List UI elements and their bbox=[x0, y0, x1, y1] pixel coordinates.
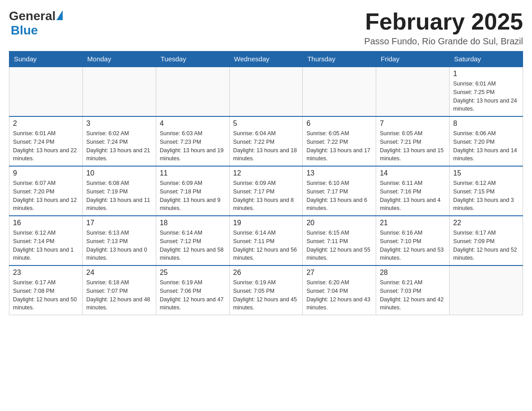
day-info: Sunrise: 6:06 AM Sunset: 7:20 PM Dayligh… bbox=[453, 129, 519, 163]
calendar-cell: 21Sunrise: 6:16 AM Sunset: 7:10 PM Dayli… bbox=[376, 216, 450, 265]
calendar-cell: 25Sunrise: 6:19 AM Sunset: 7:06 PM Dayli… bbox=[156, 265, 229, 315]
day-number: 21 bbox=[380, 219, 446, 227]
calendar-cell bbox=[9, 67, 83, 116]
day-number: 16 bbox=[13, 219, 79, 227]
calendar-cell bbox=[303, 67, 376, 116]
calendar-cell: 18Sunrise: 6:14 AM Sunset: 7:12 PM Dayli… bbox=[156, 216, 229, 265]
day-info: Sunrise: 6:03 AM Sunset: 7:23 PM Dayligh… bbox=[160, 129, 226, 163]
day-number: 20 bbox=[306, 219, 372, 227]
calendar-cell bbox=[156, 67, 229, 116]
day-number: 17 bbox=[86, 219, 152, 227]
calendar-cell bbox=[82, 67, 156, 116]
day-number: 2 bbox=[13, 120, 79, 128]
day-number: 24 bbox=[86, 269, 152, 277]
logo-general-text: General bbox=[9, 9, 56, 23]
day-number: 28 bbox=[380, 269, 446, 277]
column-header-friday: Friday bbox=[376, 51, 450, 67]
day-info: Sunrise: 6:12 AM Sunset: 7:15 PM Dayligh… bbox=[453, 179, 519, 213]
day-info: Sunrise: 6:13 AM Sunset: 7:13 PM Dayligh… bbox=[86, 229, 152, 262]
day-info: Sunrise: 6:21 AM Sunset: 7:03 PM Dayligh… bbox=[380, 278, 446, 312]
logo: General Blue bbox=[9, 9, 63, 38]
calendar-cell: 2Sunrise: 6:01 AM Sunset: 7:24 PM Daylig… bbox=[9, 116, 83, 166]
calendar-cell: 15Sunrise: 6:12 AM Sunset: 7:15 PM Dayli… bbox=[450, 166, 523, 216]
day-info: Sunrise: 6:05 AM Sunset: 7:21 PM Dayligh… bbox=[380, 129, 446, 163]
day-info: Sunrise: 6:07 AM Sunset: 7:20 PM Dayligh… bbox=[13, 179, 79, 213]
day-info: Sunrise: 6:14 AM Sunset: 7:12 PM Dayligh… bbox=[160, 229, 226, 262]
column-header-wednesday: Wednesday bbox=[229, 51, 303, 67]
calendar-header-row: SundayMondayTuesdayWednesdayThursdayFrid… bbox=[9, 51, 523, 67]
day-number: 8 bbox=[453, 120, 519, 128]
calendar-cell: 27Sunrise: 6:20 AM Sunset: 7:04 PM Dayli… bbox=[303, 265, 376, 315]
day-number: 6 bbox=[306, 120, 372, 128]
calendar-cell: 24Sunrise: 6:18 AM Sunset: 7:07 PM Dayli… bbox=[82, 265, 156, 315]
day-info: Sunrise: 6:16 AM Sunset: 7:10 PM Dayligh… bbox=[380, 229, 446, 262]
day-info: Sunrise: 6:19 AM Sunset: 7:05 PM Dayligh… bbox=[233, 278, 299, 312]
calendar-week-row: 2Sunrise: 6:01 AM Sunset: 7:24 PM Daylig… bbox=[9, 116, 523, 166]
calendar-cell: 17Sunrise: 6:13 AM Sunset: 7:13 PM Dayli… bbox=[82, 216, 156, 265]
day-number: 5 bbox=[233, 120, 299, 128]
day-number: 19 bbox=[233, 219, 299, 227]
calendar-table: SundayMondayTuesdayWednesdayThursdayFrid… bbox=[9, 51, 523, 315]
day-number: 26 bbox=[233, 269, 299, 277]
day-info: Sunrise: 6:04 AM Sunset: 7:22 PM Dayligh… bbox=[233, 129, 299, 163]
calendar-cell: 19Sunrise: 6:14 AM Sunset: 7:11 PM Dayli… bbox=[229, 216, 303, 265]
calendar-cell: 3Sunrise: 6:02 AM Sunset: 7:24 PM Daylig… bbox=[82, 116, 156, 166]
day-info: Sunrise: 6:09 AM Sunset: 7:17 PM Dayligh… bbox=[233, 179, 299, 213]
day-info: Sunrise: 6:14 AM Sunset: 7:11 PM Dayligh… bbox=[233, 229, 299, 262]
calendar-cell bbox=[229, 67, 303, 116]
calendar-cell: 16Sunrise: 6:12 AM Sunset: 7:14 PM Dayli… bbox=[9, 216, 83, 265]
day-number: 13 bbox=[306, 169, 372, 177]
day-info: Sunrise: 6:17 AM Sunset: 7:09 PM Dayligh… bbox=[453, 229, 519, 262]
day-number: 10 bbox=[86, 169, 152, 177]
day-info: Sunrise: 6:09 AM Sunset: 7:18 PM Dayligh… bbox=[160, 179, 226, 213]
day-number: 11 bbox=[160, 169, 226, 177]
location-text: Passo Fundo, Rio Grande do Sul, Brazil bbox=[364, 36, 523, 47]
calendar-cell: 13Sunrise: 6:10 AM Sunset: 7:17 PM Dayli… bbox=[303, 166, 376, 216]
day-info: Sunrise: 6:01 AM Sunset: 7:25 PM Dayligh… bbox=[453, 80, 519, 113]
day-info: Sunrise: 6:20 AM Sunset: 7:04 PM Dayligh… bbox=[306, 278, 372, 312]
day-number: 15 bbox=[453, 169, 519, 177]
day-info: Sunrise: 6:15 AM Sunset: 7:11 PM Dayligh… bbox=[306, 229, 372, 262]
calendar-cell: 4Sunrise: 6:03 AM Sunset: 7:23 PM Daylig… bbox=[156, 116, 229, 166]
column-header-thursday: Thursday bbox=[303, 51, 376, 67]
calendar-cell: 5Sunrise: 6:04 AM Sunset: 7:22 PM Daylig… bbox=[229, 116, 303, 166]
calendar-cell: 8Sunrise: 6:06 AM Sunset: 7:20 PM Daylig… bbox=[450, 116, 523, 166]
calendar-cell: 11Sunrise: 6:09 AM Sunset: 7:18 PM Dayli… bbox=[156, 166, 229, 216]
day-info: Sunrise: 6:17 AM Sunset: 7:08 PM Dayligh… bbox=[13, 278, 79, 312]
calendar-cell bbox=[450, 265, 523, 315]
day-info: Sunrise: 6:08 AM Sunset: 7:19 PM Dayligh… bbox=[86, 179, 152, 213]
day-info: Sunrise: 6:19 AM Sunset: 7:06 PM Dayligh… bbox=[160, 278, 226, 312]
day-number: 18 bbox=[160, 219, 226, 227]
day-info: Sunrise: 6:02 AM Sunset: 7:24 PM Dayligh… bbox=[86, 129, 152, 163]
title-block: February 2025 Passo Fundo, Rio Grande do… bbox=[364, 9, 523, 47]
day-number: 12 bbox=[233, 169, 299, 177]
column-header-saturday: Saturday bbox=[450, 51, 523, 67]
day-info: Sunrise: 6:12 AM Sunset: 7:14 PM Dayligh… bbox=[13, 229, 79, 262]
calendar-cell: 12Sunrise: 6:09 AM Sunset: 7:17 PM Dayli… bbox=[229, 166, 303, 216]
column-header-sunday: Sunday bbox=[9, 51, 83, 67]
day-info: Sunrise: 6:05 AM Sunset: 7:22 PM Dayligh… bbox=[306, 129, 372, 163]
column-header-tuesday: Tuesday bbox=[156, 51, 229, 67]
calendar-cell: 9Sunrise: 6:07 AM Sunset: 7:20 PM Daylig… bbox=[9, 166, 83, 216]
day-number: 27 bbox=[306, 269, 372, 277]
day-number: 22 bbox=[453, 219, 519, 227]
calendar-week-row: 1Sunrise: 6:01 AM Sunset: 7:25 PM Daylig… bbox=[9, 67, 523, 116]
day-number: 25 bbox=[160, 269, 226, 277]
calendar-cell: 23Sunrise: 6:17 AM Sunset: 7:08 PM Dayli… bbox=[9, 265, 83, 315]
calendar-cell: 26Sunrise: 6:19 AM Sunset: 7:05 PM Dayli… bbox=[229, 265, 303, 315]
calendar-cell: 10Sunrise: 6:08 AM Sunset: 7:19 PM Dayli… bbox=[82, 166, 156, 216]
day-number: 1 bbox=[453, 70, 519, 78]
calendar-cell: 22Sunrise: 6:17 AM Sunset: 7:09 PM Dayli… bbox=[450, 216, 523, 265]
calendar-week-row: 16Sunrise: 6:12 AM Sunset: 7:14 PM Dayli… bbox=[9, 216, 523, 265]
day-info: Sunrise: 6:18 AM Sunset: 7:07 PM Dayligh… bbox=[86, 278, 152, 312]
day-number: 7 bbox=[380, 120, 446, 128]
day-number: 3 bbox=[86, 120, 152, 128]
day-number: 9 bbox=[13, 169, 79, 177]
calendar-cell: 14Sunrise: 6:11 AM Sunset: 7:16 PM Dayli… bbox=[376, 166, 450, 216]
calendar-cell: 28Sunrise: 6:21 AM Sunset: 7:03 PM Dayli… bbox=[376, 265, 450, 315]
calendar-week-row: 23Sunrise: 6:17 AM Sunset: 7:08 PM Dayli… bbox=[9, 265, 523, 315]
column-header-monday: Monday bbox=[82, 51, 156, 67]
page-header: General Blue February 2025 Passo Fundo, … bbox=[9, 9, 523, 47]
day-info: Sunrise: 6:01 AM Sunset: 7:24 PM Dayligh… bbox=[13, 129, 79, 163]
day-number: 23 bbox=[13, 269, 79, 277]
